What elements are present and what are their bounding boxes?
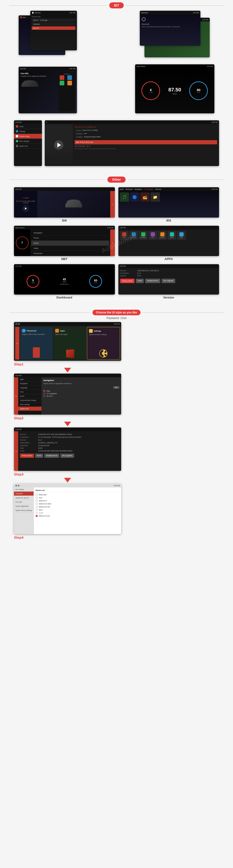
hddvr-option: HD DVR	[43, 395, 119, 397]
factory-label: Factory Setup	[19, 135, 30, 137]
ok-button[interactable]: OK	[113, 386, 119, 389]
gonav-radio[interactable]	[43, 393, 45, 394]
center-speed-num: 45	[63, 278, 66, 281]
nav-menu-more[interactable]: More settings	[18, 403, 41, 407]
menu-factory-setup[interactable]: Factory Setup	[14, 134, 42, 139]
menu-more-settings[interactable]: More settings	[14, 139, 42, 144]
id6-arrow-right[interactable]: ›	[110, 191, 115, 218]
step2-time: 4:52 PM	[15, 375, 22, 376]
nbt-item-phonelink[interactable]: PhoneLink	[31, 251, 109, 256]
spacer1	[0, 171, 233, 174]
nav-icon3	[60, 81, 64, 85]
reset-btn[interactable]: Reset	[136, 279, 144, 283]
app-cell-maps[interactable]: Maps	[177, 231, 186, 240]
step1-arrow-left[interactable]: ‹	[15, 327, 19, 360]
sysinfo-icon	[16, 145, 18, 147]
app-cell-adr[interactable]: ADR	[120, 231, 129, 240]
factory-setup-btn[interactable]: Factory Setup	[120, 279, 135, 283]
menu-settings[interactable]: Settings	[14, 129, 42, 134]
hddvr-radio[interactable]	[43, 395, 45, 397]
radio-bmw-evo-new[interactable]	[36, 503, 38, 505]
step3-reset-btn[interactable]: Reset	[35, 454, 43, 458]
step3-stopmcu-btn[interactable]: StopMcuServer	[44, 454, 59, 458]
calllist-statusbar: 📋 Call List 4:51 PM	[30, 11, 77, 14]
other-grid: 4:51 PM ● Video Do not mix the video whi…	[0, 185, 233, 304]
speed-gauge-val: 80	[197, 88, 201, 92]
nbt-item-video[interactable]: Video	[31, 246, 109, 251]
v-row-android: Android: 8.1.0	[20, 439, 119, 441]
menu-system-info[interactable]: System info	[14, 144, 42, 149]
id6-screen: 4:51 PM ● Video Do not mix the video whi…	[14, 187, 115, 218]
nav-menu-lang[interactable]: Language	[18, 386, 41, 390]
file-info: furious7.ter1.1r1080p.mov 文件名: furious7.…	[73, 124, 219, 166]
app-cell-settings[interactable]: Settings	[168, 231, 176, 240]
file-label3: 文件路径:	[76, 136, 83, 138]
id6-content: ● Video Do not mix the video while drivi…	[14, 191, 115, 218]
nbt-arrow[interactable]: ›	[110, 229, 115, 256]
ms-cartype[interactable]: Car Type	[14, 500, 34, 504]
step3-arrow-left[interactable]: ‹	[14, 431, 18, 471]
maps-radio[interactable]	[43, 390, 45, 392]
app-cell-bt[interactable]: Bluetooth	[129, 231, 138, 240]
settings-card-highlight[interactable]: Settings System function settings	[87, 327, 120, 360]
mcuupgrade-btn[interactable]: Mcu-Upgrade	[162, 279, 175, 283]
step1-icon1	[15, 323, 17, 325]
nav-menu-time[interactable]: Time	[18, 390, 41, 394]
id5-label: ID5	[166, 219, 171, 222]
app-cell-dash[interactable]: DashBoard	[139, 231, 148, 240]
apps-card[interactable]: Apps Open more apps	[53, 327, 86, 360]
step1-statusbar: 4:52 PM	[14, 322, 121, 326]
phonelink-card[interactable]: PhoneLink Support USB or Wifi connection	[20, 327, 53, 360]
bt-icon: ⬡	[142, 16, 199, 22]
step1-label: Step1	[14, 362, 24, 366]
app-cell-dvr[interactable]: DVR	[148, 231, 157, 240]
file-val2: mov	[84, 133, 87, 135]
radio-audi[interactable]	[36, 497, 38, 499]
step3-factory-btn[interactable]: Factory Setup	[20, 454, 34, 458]
step2-right-title: Navigation	[43, 379, 119, 381]
radio-bmw-evo[interactable]	[36, 500, 38, 502]
settings-card-icon	[89, 329, 93, 333]
left-arrow-icon: ‹	[17, 342, 18, 345]
step3-mcuupgrade-btn[interactable]: Mcu-Upgrade	[60, 454, 74, 458]
id6-play-btn[interactable]	[22, 205, 29, 212]
nav-menu-audio[interactable]: Audio	[18, 394, 41, 398]
dash2-content: 5 RPM 45 km/h ●Fullscreen 60 km/h	[14, 268, 115, 294]
nav-menu-nav[interactable]: Navigation	[18, 381, 41, 386]
nav-menu-camera[interactable]: Camera/Video Setting	[18, 398, 41, 403]
spacer2	[0, 304, 233, 307]
radio-bmw-evo-id6[interactable]	[36, 506, 38, 508]
v-row-mcu: MCUver: D23D43D3-DCC-HH8-16D11B8D(68L170…	[20, 433, 119, 436]
down-arrow-2	[64, 422, 71, 426]
uuid-val-v: 01138-4A8-38F0-0008-0000-00018086.183004	[38, 450, 72, 453]
nbt-item-nav[interactable]: Navigation	[31, 230, 109, 236]
ms-ann[interactable]: Ann setting	[14, 487, 34, 492]
v-row-nand: NandFlash: 22.62G/24.93G	[20, 444, 119, 447]
id5-top-tabs: Audio Bluetooth Navigation File Manager …	[120, 188, 162, 190]
ms-update[interactable]: Update factory settings	[14, 508, 34, 513]
ms-sound[interactable]: SoundCtrl	[14, 492, 34, 496]
nbt-item-media[interactable]: Media	[31, 241, 109, 246]
menu-audio[interactable]: Audio	[14, 124, 42, 129]
apps-card-desc: Open more apps	[55, 334, 84, 335]
nbt-item-phone[interactable]: Phone	[31, 236, 109, 241]
carinfo-left: Car-Info A switch to the original car in…	[21, 72, 57, 112]
radio-bmw-evo-id7[interactable]	[36, 515, 38, 517]
ms-search[interactable]: Search application	[14, 504, 34, 508]
id6-left: ● Video Do not mix the video while drivi…	[14, 191, 37, 218]
build-val-v: 20190501_1280x480_X70	[38, 441, 57, 444]
app-cell-nav[interactable]: Navigation	[158, 231, 167, 240]
fw-val-v: 8.1.0 (Framework: 170YS-2018 eng.2ver.20…	[38, 436, 81, 439]
nbt-gauge-area: 7	[14, 229, 30, 256]
ms-apk[interactable]: Update the apk list	[14, 496, 34, 500]
stopmcu-btn[interactable]: StopMcuServer	[145, 279, 160, 283]
carinfo-subtitle: A switch to the original car interface	[21, 75, 57, 77]
nav-menu-sysinfo[interactable]: System info	[18, 407, 41, 411]
file-label2: 文件格式:	[76, 133, 83, 135]
step2-arrow-left[interactable]: ‹	[14, 377, 18, 415]
dashboard2-screen: 4:51 PM 5 RPM 45 km/h ●Fullscreen 60 km/…	[14, 264, 115, 294]
radio-bmw-nbt[interactable]	[36, 494, 38, 496]
nav-menu-apps[interactable]: Apps	[18, 377, 41, 381]
radio-jlr[interactable]	[36, 512, 38, 514]
radio-benz[interactable]	[36, 509, 38, 511]
